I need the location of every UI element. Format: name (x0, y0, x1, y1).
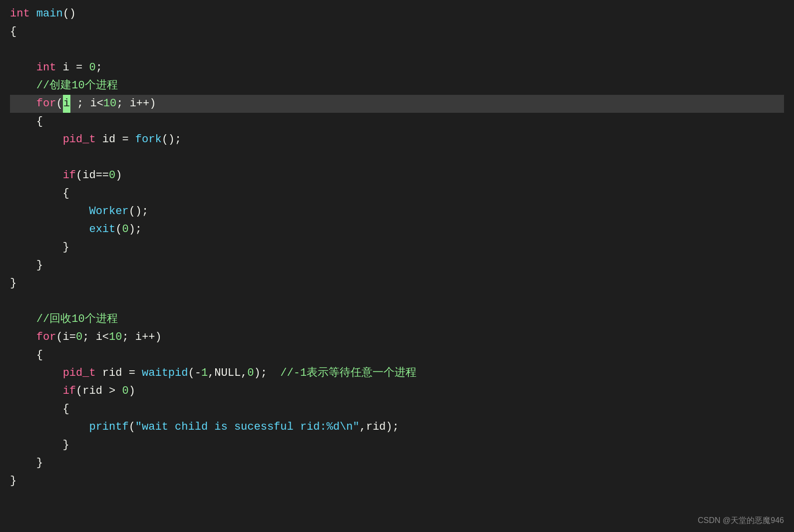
code-line-19: for(i=0; i<10; i++) (10, 328, 784, 346)
code-line-6: for(i ; i<10; i++) (10, 95, 784, 113)
code-line-14: } (10, 239, 784, 257)
code-line-17 (10, 292, 784, 310)
code-line-12: Worker(); (10, 203, 784, 221)
code-line-9 (10, 149, 784, 167)
func-main: main (36, 5, 63, 22)
highlighted-var-i: i (63, 95, 70, 112)
code-line-24: printf("wait child is sucessful rid:%d\n… (10, 418, 784, 436)
code-line-25: } (10, 436, 784, 454)
code-line-4: int i = 0; (10, 59, 784, 77)
code-line-8: pid_t id = fork(); (10, 131, 784, 149)
code-line-20: { (10, 346, 784, 364)
code-line-2: { (10, 23, 784, 41)
code-line-16: } (10, 274, 784, 292)
code-line-1: int main() (10, 5, 784, 23)
code-line-10: if(id==0) (10, 167, 784, 185)
code-line-22: if(rid > 0) (10, 382, 784, 400)
watermark: CSDN @天堂的恶魔946 (698, 514, 784, 527)
code-line-18: //回收10个进程 (10, 310, 784, 328)
code-editor: int main() { int i = 0; //创建10个进程 for(i … (0, 0, 794, 495)
code-line-26: } (10, 454, 784, 472)
code-line-13: exit(0); (10, 221, 784, 239)
code-line-7: { (10, 113, 784, 131)
code-line-3 (10, 41, 784, 59)
code-line-15: } (10, 257, 784, 274)
code-line-21: pid_t rid = waitpid(-1,NULL,0); //-1表示等待… (10, 364, 784, 382)
code-line-23: { (10, 400, 784, 418)
code-line-11: { (10, 185, 784, 203)
code-line-27: } (10, 472, 784, 490)
keyword-int: int (10, 5, 30, 22)
code-line-5: //创建10个进程 (10, 77, 784, 95)
